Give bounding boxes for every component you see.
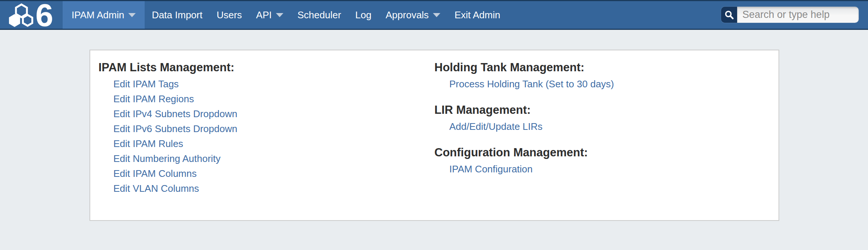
nav-item-label: API	[256, 9, 272, 21]
nav-menu: IPAM Admin Data Import Users API Schedul…	[63, 1, 507, 29]
nav-item-label: Scheduler	[298, 9, 341, 21]
nav-item-label: Log	[355, 9, 371, 21]
link-edit-ipv4-subnets-dropdown[interactable]: Edit IPv4 Subnets Dropdown	[113, 106, 434, 121]
6connect-hexagon-logo-icon: 6	[9, 3, 57, 27]
right-column: Holding Tank Management: Process Holding…	[434, 50, 779, 220]
nav-item-ipam-admin[interactable]: IPAM Admin	[63, 1, 145, 29]
top-navbar: 6 IPAM Admin Data Import Users API Sched…	[0, 0, 868, 30]
nav-item-label: IPAM Admin	[72, 9, 124, 21]
nav-item-label: Data Import	[152, 9, 202, 21]
link-edit-ipam-rules[interactable]: Edit IPAM Rules	[113, 136, 434, 151]
section-heading: Holding Tank Management:	[434, 60, 779, 75]
chevron-down-icon	[128, 13, 136, 17]
section-heading: Configuration Management:	[434, 145, 779, 160]
link-add-edit-update-lirs[interactable]: Add/Edit/Update LIRs	[449, 119, 779, 134]
link-edit-ipam-columns[interactable]: Edit IPAM Columns	[113, 166, 434, 181]
link-ipam-configuration[interactable]: IPAM Configuration	[449, 162, 779, 176]
nav-item-log[interactable]: Log	[348, 1, 378, 29]
link-edit-ipam-regions[interactable]: Edit IPAM Regions	[113, 91, 434, 106]
nav-item-users[interactable]: Users	[210, 1, 249, 29]
section-heading: IPAM Lists Management:	[98, 60, 434, 75]
search-button[interactable]	[721, 7, 737, 23]
nav-item-api[interactable]: API	[249, 1, 290, 29]
nav-item-label: Exit Admin	[455, 9, 500, 21]
nav-item-data-import[interactable]: Data Import	[145, 1, 210, 29]
section-holding-tank-management: Holding Tank Management: Process Holding…	[434, 60, 779, 91]
nav-item-exit-admin[interactable]: Exit Admin	[447, 1, 507, 29]
logo-six: 6	[35, 3, 53, 27]
left-column: IPAM Lists Management: Edit IPAM Tags Ed…	[90, 50, 434, 220]
nav-item-label: Approvals	[386, 9, 429, 21]
section-heading: LIR Management:	[434, 103, 779, 118]
link-edit-ipam-tags[interactable]: Edit IPAM Tags	[113, 76, 434, 91]
section-configuration-management: Configuration Management: IPAM Configura…	[434, 145, 779, 176]
nav-item-label: Users	[217, 9, 242, 21]
section-ipam-lists-management: IPAM Lists Management: Edit IPAM Tags Ed…	[98, 60, 434, 196]
global-search	[721, 7, 859, 23]
nav-item-scheduler[interactable]: Scheduler	[290, 1, 348, 29]
admin-panel-card: IPAM Lists Management: Edit IPAM Tags Ed…	[89, 50, 779, 221]
nav-item-approvals[interactable]: Approvals	[378, 1, 447, 29]
link-process-holding-tank[interactable]: Process Holding Tank (Set to 30 days)	[449, 76, 779, 91]
link-edit-vlan-columns[interactable]: Edit VLAN Columns	[113, 181, 434, 196]
chevron-down-icon	[276, 13, 283, 17]
link-edit-numbering-authority[interactable]: Edit Numbering Authority	[113, 151, 434, 166]
provision-logo[interactable]: 6	[0, 1, 63, 29]
search-icon	[724, 10, 734, 20]
chevron-down-icon	[433, 13, 440, 17]
link-edit-ipv6-subnets-dropdown[interactable]: Edit IPv6 Subnets Dropdown	[113, 121, 434, 136]
section-lir-management: LIR Management: Add/Edit/Update LIRs	[434, 103, 779, 134]
search-input[interactable]	[737, 7, 859, 23]
